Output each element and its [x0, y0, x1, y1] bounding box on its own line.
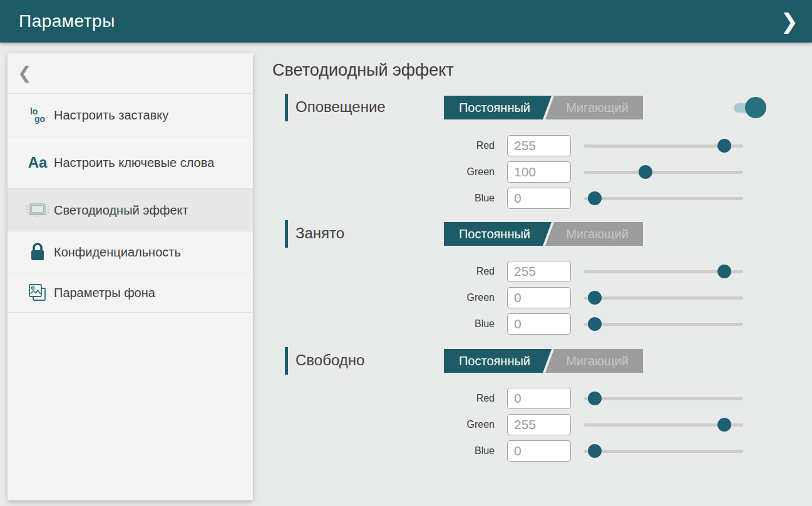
- sidebar-item-label: Настроить ключевые слова: [54, 154, 220, 171]
- accent-bar: [285, 94, 288, 121]
- slider-thumb[interactable]: [588, 291, 602, 305]
- mode-blinking-button[interactable]: Мигающий: [545, 222, 643, 246]
- sidebar-item-label: Параметры фона: [54, 285, 162, 301]
- slider-thumb[interactable]: [588, 444, 602, 458]
- red-label: Red: [285, 133, 495, 159]
- slider-row-red: Red: [285, 133, 779, 159]
- red-slider[interactable]: [584, 385, 743, 412]
- blue-label: Blue: [285, 185, 495, 211]
- mode-toggle-notification: Постоянный Мигающий: [444, 96, 643, 119]
- red-value-input[interactable]: [507, 388, 571, 409]
- slider-track: [584, 171, 743, 174]
- slider-track: [584, 197, 743, 200]
- sidebar-item-privacy[interactable]: Конфиденциальность: [8, 231, 253, 273]
- slider-track: [584, 450, 743, 453]
- sidebar-item-label: Светодиодный эффект: [54, 202, 195, 218]
- green-label: Green: [285, 412, 495, 438]
- rgb-sliders-notification: Red Green Blue: [285, 133, 779, 211]
- red-label: Red: [285, 385, 495, 412]
- slider-row-blue: Blue: [285, 311, 779, 337]
- sidebar-item-label: Конфиденциальность: [54, 244, 187, 260]
- green-value-input[interactable]: [507, 287, 571, 308]
- sidebar-item-keywords[interactable]: Aa Настроить ключевые слова: [8, 136, 253, 189]
- rgb-sliders-free: Red Green Blue: [285, 385, 779, 464]
- red-slider[interactable]: [584, 133, 743, 159]
- forward-chevron-icon[interactable]: ❯: [781, 11, 799, 32]
- red-slider[interactable]: [584, 258, 743, 285]
- section-header-free: Свободно Постоянный Мигающий: [285, 347, 779, 375]
- switch-knob: [745, 97, 766, 118]
- red-value-input[interactable]: [507, 261, 571, 282]
- section-name: Свободно: [296, 352, 364, 369]
- sidebar-item-label: Настроить заставку: [54, 107, 175, 123]
- blue-slider[interactable]: [584, 311, 743, 337]
- mode-blinking-button[interactable]: Мигающий: [545, 349, 643, 373]
- slider-thumb[interactable]: [717, 265, 731, 278]
- blue-slider[interactable]: [584, 438, 743, 464]
- background-image-icon: [21, 282, 54, 303]
- blue-label: Blue: [285, 438, 495, 464]
- lock-icon: [21, 242, 54, 262]
- accent-bar: [285, 347, 288, 375]
- slider-row-green: Green: [285, 412, 779, 438]
- slider-row-green: Green: [285, 159, 779, 185]
- slider-thumb[interactable]: [588, 317, 602, 331]
- green-slider[interactable]: [584, 412, 743, 438]
- blue-value-input[interactable]: [507, 313, 571, 335]
- blue-slider[interactable]: [584, 185, 743, 211]
- slider-thumb[interactable]: [588, 392, 602, 405]
- section-name: Оповещение: [296, 98, 386, 116]
- page-title: Параметры: [19, 11, 115, 31]
- slider-thumb[interactable]: [639, 165, 652, 179]
- notification-enabled-switch[interactable]: [732, 96, 769, 119]
- green-slider[interactable]: [584, 159, 743, 185]
- slider-thumb[interactable]: [588, 191, 602, 205]
- logo-text-icon: logo: [21, 108, 54, 123]
- sidebar-back-button[interactable]: ❮: [8, 53, 253, 94]
- mode-toggle-busy: Постоянный Мигающий: [444, 222, 643, 246]
- app-header: Параметры ❯: [0, 0, 812, 43]
- sidebar-item-splash-screen[interactable]: logo Настроить заставку: [8, 94, 253, 136]
- green-label: Green: [285, 285, 495, 311]
- mode-constant-button[interactable]: Постоянный: [444, 96, 552, 119]
- green-label: Green: [285, 159, 495, 185]
- mode-constant-button[interactable]: Постоянный: [444, 349, 552, 373]
- sidebar-item-background[interactable]: Параметры фона: [8, 273, 253, 313]
- accent-bar: [285, 220, 288, 248]
- slider-thumb[interactable]: [717, 418, 731, 432]
- rgb-sliders-busy: Red Green Blue: [285, 258, 779, 337]
- slider-track: [584, 397, 743, 400]
- mode-toggle-free: Постоянный Мигающий: [444, 349, 643, 373]
- slider-track: [584, 323, 743, 326]
- blue-label: Blue: [285, 311, 495, 337]
- slider-track: [584, 296, 743, 300]
- red-value-input[interactable]: [507, 135, 571, 156]
- section-header-notification: Оповещение Постоянный Мигающий: [285, 94, 779, 121]
- section-header-busy: Занято Постоянный Мигающий: [285, 220, 779, 248]
- slider-row-blue: Blue: [285, 438, 779, 464]
- section-name: Занято: [296, 225, 344, 242]
- green-value-input[interactable]: [507, 161, 571, 183]
- green-slider[interactable]: [584, 285, 743, 311]
- slider-row-red: Red: [285, 258, 779, 285]
- sidebar-item-led-effect[interactable]: Светодиодный эффект: [8, 189, 253, 231]
- back-chevron-icon: ❮: [18, 63, 32, 83]
- aa-text-icon: Aa: [21, 154, 54, 171]
- section-title: Светодиодный эффект: [272, 61, 454, 80]
- blue-value-input[interactable]: [507, 440, 571, 462]
- slider-row-blue: Blue: [285, 185, 779, 211]
- led-screen-icon: [21, 201, 54, 220]
- main-panel: Светодиодный эффект Оповещение Постоянны…: [272, 0, 779, 506]
- slider-thumb[interactable]: [717, 139, 731, 153]
- sidebar: ❮ logo Настроить заставку Aa Настроить к…: [8, 53, 253, 500]
- red-label: Red: [285, 258, 495, 285]
- mode-constant-button[interactable]: Постоянный: [444, 222, 552, 246]
- mode-blinking-button[interactable]: Мигающий: [545, 96, 643, 119]
- slider-row-green: Green: [285, 285, 779, 311]
- green-value-input[interactable]: [507, 414, 571, 435]
- blue-value-input[interactable]: [507, 188, 571, 209]
- slider-row-red: Red: [285, 385, 779, 412]
